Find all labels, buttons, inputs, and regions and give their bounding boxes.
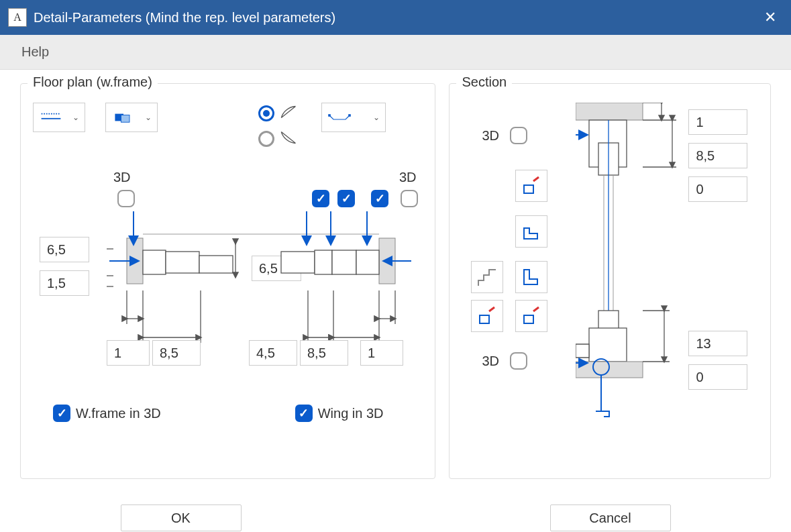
- svg-rect-3: [121, 115, 129, 122]
- radio-swing-out[interactable]: [258, 105, 274, 121]
- input-section-1[interactable]: 1: [688, 109, 747, 135]
- label-3d-top: 3D: [482, 128, 499, 144]
- chevron-down-icon: ⌄: [145, 113, 152, 122]
- checkbox-wframe-3d[interactable]: [53, 405, 70, 422]
- svg-rect-13: [315, 250, 332, 274]
- section-diagram: [576, 103, 683, 438]
- input-bottom-5[interactable]: 1: [360, 340, 403, 366]
- input-left-bottom[interactable]: 1,5: [40, 270, 89, 296]
- label-wframe-3d: W.frame in 3D: [76, 406, 161, 421]
- svg-rect-15: [356, 250, 379, 274]
- svg-rect-10: [166, 252, 199, 273]
- label-wing-3d: Wing in 3D: [318, 406, 384, 421]
- checkbox-3d-top[interactable]: [510, 127, 527, 144]
- checkbox-wing-3d[interactable]: [295, 405, 313, 422]
- ok-button[interactable]: OK: [121, 504, 242, 531]
- svg-rect-5: [348, 114, 351, 117]
- tool-profile-step[interactable]: [515, 215, 547, 248]
- label-3d-right: 3D: [399, 170, 417, 185]
- panel-floorplan: Floor plan (w.frame) ⌄ ⌄: [20, 83, 435, 479]
- tool-profile-l[interactable]: [515, 261, 547, 293]
- window-title: Detail-Parameters (Mind the rep. level p…: [34, 10, 757, 25]
- svg-rect-9: [143, 250, 166, 274]
- app-icon: A: [8, 8, 27, 27]
- checkbox-3d-bottom[interactable]: [510, 352, 527, 370]
- swing-out-icon: [278, 103, 301, 124]
- input-section-2[interactable]: 8,5: [688, 143, 747, 168]
- menu-help[interactable]: Help: [13, 40, 57, 64]
- dropdown-overlap[interactable]: ⌄: [105, 103, 158, 132]
- panel-floorplan-title: Floor plan (w.frame): [28, 74, 158, 90]
- input-bottom-4[interactable]: 8,5: [300, 340, 348, 366]
- panel-section-title: Section: [456, 74, 512, 90]
- svg-rect-50: [589, 328, 627, 362]
- input-left-top[interactable]: 6,5: [40, 237, 89, 262]
- input-bottom-2[interactable]: 8,5: [152, 340, 201, 366]
- svg-rect-14: [332, 250, 356, 274]
- svg-rect-43: [576, 103, 643, 120]
- input-section-5[interactable]: 0: [688, 364, 747, 390]
- label-3d-bottom: 3D: [482, 354, 499, 369]
- tool-sill-edit-2[interactable]: [471, 300, 503, 332]
- svg-rect-11: [199, 256, 233, 273]
- svg-line-40: [533, 177, 539, 181]
- input-section-3[interactable]: 0: [688, 176, 747, 202]
- chevron-down-icon: ⌄: [72, 113, 79, 122]
- tool-stair-profile[interactable]: [471, 261, 503, 293]
- swing-in-icon: [278, 128, 301, 150]
- svg-line-41: [489, 307, 494, 311]
- dropdown-bracket[interactable]: ⌄: [321, 103, 386, 132]
- panel-section: Section 3D 3D 1 8,5 0 13 0: [449, 83, 771, 479]
- input-bottom-3[interactable]: 4,5: [249, 340, 297, 366]
- svg-rect-4: [328, 114, 331, 117]
- svg-line-42: [533, 307, 539, 311]
- tool-sill-edit-3[interactable]: [515, 300, 547, 332]
- cancel-button[interactable]: Cancel: [550, 504, 671, 531]
- close-icon[interactable]: ✕: [757, 5, 783, 30]
- label-3d-left: 3D: [113, 170, 131, 185]
- tool-sill-edit[interactable]: [515, 170, 547, 202]
- chevron-down-icon: ⌄: [373, 113, 380, 122]
- input-section-4[interactable]: 13: [688, 331, 747, 356]
- svg-rect-12: [281, 252, 315, 273]
- input-bottom-1[interactable]: 1: [107, 340, 150, 366]
- radio-swing-in[interactable]: [258, 131, 274, 147]
- dropdown-line-style[interactable]: ⌄: [33, 103, 85, 132]
